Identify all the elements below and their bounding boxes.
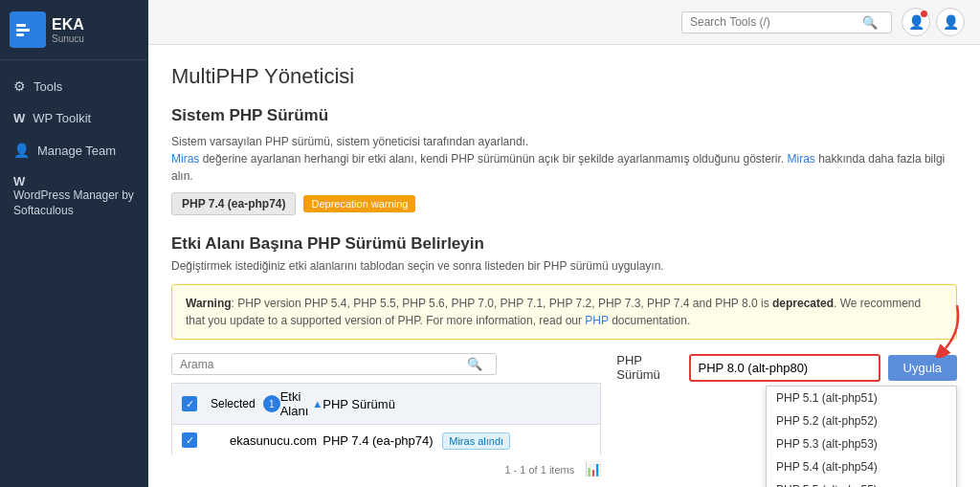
wp-icon: W bbox=[13, 111, 25, 125]
domain-php-desc: Değiştirmek istediğiniz etki alanlarını … bbox=[171, 259, 957, 273]
dropdown-item-53[interactable]: PHP 5.3 (alt-php53) bbox=[767, 432, 956, 455]
php-cell: PHP 7.4 (ea-php74) Miras alındı bbox=[323, 433, 590, 448]
user-icon: 👤 bbox=[943, 14, 959, 30]
dropdown-item-54[interactable]: PHP 5.4 (alt-php54) bbox=[767, 455, 956, 478]
domain-php-section: Etki Alanı Başına PHP Sürümü Belirleyin … bbox=[171, 234, 957, 487]
sidebar-item-manage-team-label: Manage Team bbox=[37, 144, 116, 158]
warning-box: Warning: PHP version PHP 5.4, PHP 5.5, P… bbox=[171, 284, 957, 340]
wp-manager-icon: W bbox=[13, 174, 25, 188]
php-version-select[interactable]: PHP 8.0 (alt-php80) PHP 5.1 (alt-php51) … bbox=[689, 354, 880, 382]
sidebar-item-wordpress-manager-label: WordPress Manager by Softaculous bbox=[13, 188, 135, 218]
svg-rect-2 bbox=[16, 33, 24, 36]
search-icon: 🔍 bbox=[467, 357, 482, 371]
selected-indicator: Selected 1 bbox=[211, 395, 280, 412]
php-doc-link[interactable]: PHP bbox=[585, 314, 608, 327]
table-toolbar: 🔍 bbox=[171, 353, 601, 375]
row-check[interactable] bbox=[182, 432, 197, 448]
page-title: MultiPHP Yöneticisi bbox=[171, 64, 957, 89]
brand-sub: Sunucu bbox=[52, 33, 84, 44]
pagination: 1 - 1 of 1 items 📊 bbox=[171, 461, 601, 476]
php-select-row: PHP Sürümü PHP 8.0 (alt-php80) PHP 5.1 (… bbox=[616, 353, 957, 382]
search-input[interactable] bbox=[690, 15, 862, 29]
sidebar-item-tools[interactable]: ⚙ Tools bbox=[0, 70, 148, 102]
system-php-title: Sistem PHP Sürümü bbox=[171, 106, 957, 125]
system-php-desc: Sistem varsayılan PHP sürümü, sistem yön… bbox=[171, 133, 957, 185]
sidebar-nav: ⚙ Tools W WP Toolkit 👤 Manage Team W Wor… bbox=[0, 60, 148, 487]
main-content: 🔍 👤 👤 MultiPHP Yöneticisi Sistem PHP Sür… bbox=[148, 0, 980, 487]
brand-name: EKA bbox=[52, 16, 84, 33]
miras-text: Miras bbox=[171, 152, 199, 166]
php-version-badge: PHP 7.4 (ea-php74) Deprecation warning bbox=[171, 192, 957, 215]
col-domain-header: Etki Alanı ▲ bbox=[280, 389, 323, 418]
sidebar-item-wp-toolkit[interactable]: W WP Toolkit bbox=[0, 102, 148, 134]
sidebar-item-wp-toolkit-label: WP Toolkit bbox=[33, 111, 91, 125]
brand-icon bbox=[10, 11, 46, 48]
sidebar-logo: EKA Sunucu bbox=[0, 0, 148, 60]
sidebar-item-wordpress-manager[interactable]: W WordPress Manager by Softaculous bbox=[0, 166, 148, 226]
notification-dot bbox=[921, 11, 927, 17]
search-bar[interactable]: 🔍 bbox=[681, 11, 892, 33]
team-icon: 👤 bbox=[13, 143, 30, 158]
notification-button[interactable]: 👤 bbox=[902, 8, 930, 36]
warning-label: Warning bbox=[186, 297, 232, 310]
row-checkbox[interactable] bbox=[182, 432, 211, 448]
page-content: MultiPHP Yöneticisi Sistem PHP Sürümü Si… bbox=[148, 45, 980, 487]
search-icon: 🔍 bbox=[862, 15, 878, 30]
sidebar-item-tools-label: Tools bbox=[33, 79, 62, 94]
php-select-label: PHP Sürümü bbox=[616, 353, 679, 382]
sort-arrow[interactable]: ▲ bbox=[312, 398, 323, 410]
dropdown-item-55[interactable]: PHP 5.5 (alt-php55) bbox=[767, 478, 956, 487]
select-all-checkbox[interactable] bbox=[182, 396, 197, 411]
header-icons: 👤 👤 bbox=[902, 8, 965, 36]
miras-link[interactable]: Miras bbox=[787, 152, 814, 166]
php-dropdown-list[interactable]: PHP 5.1 (alt-php51) PHP 5.2 (alt-php52) … bbox=[766, 386, 957, 487]
col-domain-label: Etki Alanı bbox=[280, 389, 309, 418]
selected-count-badge: 1 bbox=[263, 395, 280, 412]
sidebar-item-manage-team[interactable]: 👤 Manage Team bbox=[0, 134, 148, 166]
miras-tag: Miras alındı bbox=[442, 432, 510, 450]
tools-icon: ⚙ bbox=[13, 78, 26, 94]
php-apply-area: PHP Sürümü PHP 8.0 (alt-php80) PHP 5.1 (… bbox=[616, 353, 957, 487]
header-bar: 🔍 👤 👤 bbox=[148, 0, 980, 45]
deprecation-badge: Deprecation warning bbox=[303, 195, 415, 212]
system-php-section: Sistem PHP Sürümü Sistem varsayılan PHP … bbox=[171, 106, 957, 215]
apply-button[interactable]: Uygula bbox=[888, 355, 957, 381]
col-php-header: PHP Sürümü bbox=[323, 397, 590, 411]
table-area: 🔍 Selected 1 bbox=[171, 353, 601, 476]
user-button[interactable]: 👤 bbox=[936, 8, 965, 36]
dropdown-item-52[interactable]: PHP 5.2 (alt-php52) bbox=[767, 410, 956, 432]
php-select-wrapper: PHP 8.0 (alt-php80) PHP 5.1 (alt-php51) … bbox=[689, 354, 880, 382]
sidebar: EKA Sunucu ⚙ Tools W WP Toolkit 👤 Manage… bbox=[0, 0, 148, 487]
svg-rect-1 bbox=[16, 29, 30, 32]
domain-cell: ekasunucu.com bbox=[230, 433, 323, 448]
chart-icon[interactable]: 📊 bbox=[585, 461, 601, 476]
search-wrap[interactable]: 🔍 bbox=[171, 353, 497, 375]
domain-php-title: Etki Alanı Başına PHP Sürümü Belirleyin bbox=[171, 234, 957, 254]
domain-search-input[interactable] bbox=[180, 358, 467, 371]
dropdown-item-51[interactable]: PHP 5.1 (alt-php51) bbox=[767, 387, 956, 410]
php-version-label: PHP 7.4 (ea-php74) bbox=[171, 192, 296, 215]
table-row: ekasunucu.com PHP 7.4 (ea-php74) Miras a… bbox=[171, 424, 601, 455]
svg-rect-0 bbox=[16, 24, 26, 27]
header-check bbox=[182, 396, 211, 411]
table-header: Selected 1 Etki Alanı ▲ PHP Sürümü bbox=[171, 383, 601, 424]
